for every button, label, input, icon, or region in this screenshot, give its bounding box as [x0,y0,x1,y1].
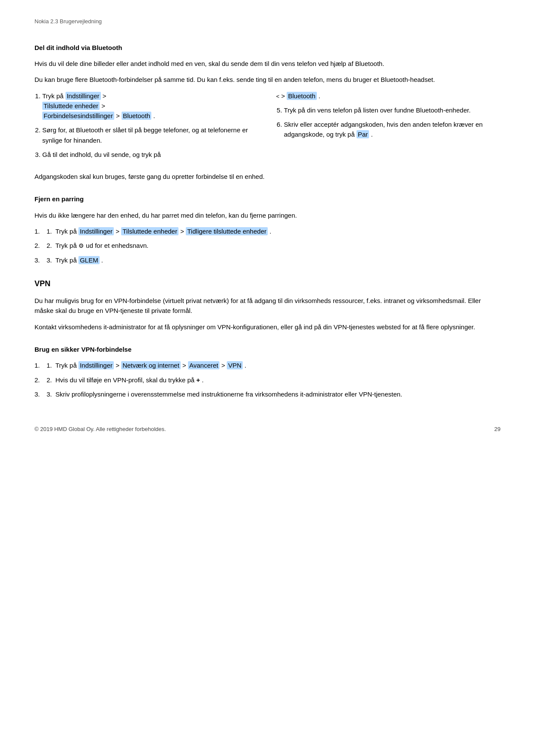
s4-step3-text: Skriv profiloplysningerne i overensstemm… [56,389,403,399]
s4-step1-gt2: > [182,362,188,369]
s4-step2-prefix: Hvis du vil tilføje en VPN-profil, skal … [56,376,195,384]
step1-h1: Indstillinger [66,92,101,100]
s4-step1-gt1: > [116,362,121,369]
section1-note: Adgangskoden skal kun bruges, første gan… [34,172,501,181]
section2-title: Fjern en parring [34,194,501,204]
gear-icon: ⚙ [78,241,84,251]
s2-step3-prefix: Tryk på [56,256,77,264]
step1-prefix: Tryk på [42,92,63,100]
section1-steps-right: < > Bluetooth . Tryk på din vens telefon… [276,91,501,166]
section4-steps: 1. Tryk på Indstillinger > Netværk og in… [34,360,501,399]
s2-step1-prefix: Tryk på [56,228,77,235]
section2-para1: Hvis du ikke længere har den enhed, du h… [34,210,501,220]
step1-h4: Bluetooth [122,112,151,120]
section3-title: VPN [34,278,501,290]
s2-step1-suffix: . [269,228,271,235]
s4-step1-h1: Indstillinger [78,361,114,369]
right-ol: < > Bluetooth . Tryk på din vens telefon… [276,91,501,140]
left-ol: Tryk på Indstillinger > Tilsluttede enhe… [34,91,259,160]
section-bluetooth-share: Del dit indhold via Bluetooth Hvis du vi… [34,43,501,182]
step4: Tryk på din vens telefon på listen over … [284,105,501,115]
section3-para2: Kontakt virksomhedens it-administrator f… [34,322,501,332]
s2-step2-prefix: Tryk på [56,242,77,249]
s4-step1-h3: Avanceret [188,361,219,369]
section2-step2: 2. Tryk på ⚙ ud for et enhedsnavn. [34,241,501,251]
section-vpn-secure: Brug en sikker VPN-forbindelse 1. Tryk p… [34,345,501,399]
step1-gt2: > [101,102,105,109]
step1-suffix: . [153,112,155,119]
s4-step1-prefix: Tryk på [56,362,77,369]
step1-gt3: > [116,112,122,119]
page-header: Nokia 2.3 Brugervejledning [34,17,501,26]
s2-step1-gt2: > [180,228,186,235]
footer-page-number: 29 [494,425,501,434]
s4-step1-gt3: > [221,362,227,369]
step5-suffix: . [371,131,372,138]
step5-prefix: Skriv eller acceptér adgangskoden, hvis … [284,121,483,138]
s2-step1-h1: Indstillinger [78,227,114,235]
step3: Gå til det indhold, du vil sende, og try… [42,150,259,159]
header-title: Nokia 2.3 Brugervejledning [34,18,102,25]
s4-step1-h4: VPN [227,361,243,369]
s2-step1-gt1: > [116,228,121,235]
s4-step2-suffix: . [202,376,203,384]
section4-step3: 3. Skriv profiloplysningerne i overensst… [34,389,501,399]
step5-h1: Par [357,130,369,138]
section-remove-pairing: Fjern en parring Hvis du ikke længere ha… [34,194,501,265]
step3-text: Gå til det indhold, du vil sende, og try… [42,151,161,158]
step2: Sørg for, at Bluetooth er slået til på b… [42,125,259,145]
step1-gt1: > [103,92,106,100]
step3-suffix: . [319,92,320,100]
s2-step2-suffix: ud for et enhedsnavn. [86,242,148,249]
step1-h2: Tilsluttede enheder [42,102,100,110]
section1-steps-left: Tryk på Indstillinger > Tilsluttede enhe… [34,91,259,166]
section1-para2: Du kan bruge flere Bluetooth-forbindelse… [34,75,501,84]
step1-h3: Forbindelsesindstillinger [42,112,114,120]
s4-step1-h2: Netværk og internet [121,361,181,369]
chevron-icon: < [276,93,280,100]
section2-step3: 3. Tryk på GLEM . [34,255,501,265]
section4-step2: 2. Hvis du vil tilføje en VPN-profil, sk… [34,375,501,385]
section4-title: Brug en sikker VPN-forbindelse [34,345,501,355]
section1-para1: Hvis du vil dele dine billeder eller and… [34,59,501,69]
footer-copyright: © 2019 HMD Global Oy. Alle rettigheder f… [34,425,166,434]
section4-step1: 1. Tryk på Indstillinger > Netværk og in… [34,360,501,370]
step5: Skriv eller acceptér adgangskoden, hvis … [284,119,501,140]
step1: Tryk på Indstillinger > Tilsluttede enhe… [42,91,259,121]
section1-title: Del dit indhold via Bluetooth [34,43,501,53]
plus-icon: + [196,376,200,384]
section2-step1: 1. Tryk på Indstillinger > Tilsluttede e… [34,226,501,236]
s2-step1-h3: Tidligere tilsluttede enheder [186,227,268,235]
s2-step3-suffix: . [101,256,103,264]
step3-cont: < > Bluetooth . [276,91,501,101]
section2-steps: 1. Tryk på Indstillinger > Tilsluttede e… [34,226,501,265]
section-vpn: VPN Du har muligvis brug for en VPN-forb… [34,278,501,332]
s4-step1-suffix: . [244,362,246,369]
section3-para1: Du har muligvis brug for en VPN-forbinde… [34,296,501,316]
page-footer: © 2019 HMD Global Oy. Alle rettigheder f… [34,425,501,434]
section1-steps: Tryk på Indstillinger > Tilsluttede enhe… [34,91,501,166]
s2-step1-h2: Tilsluttede enheder [121,227,178,235]
step3-h2: Bluetooth [287,92,316,100]
s2-step3-h1: GLEM [78,256,100,264]
